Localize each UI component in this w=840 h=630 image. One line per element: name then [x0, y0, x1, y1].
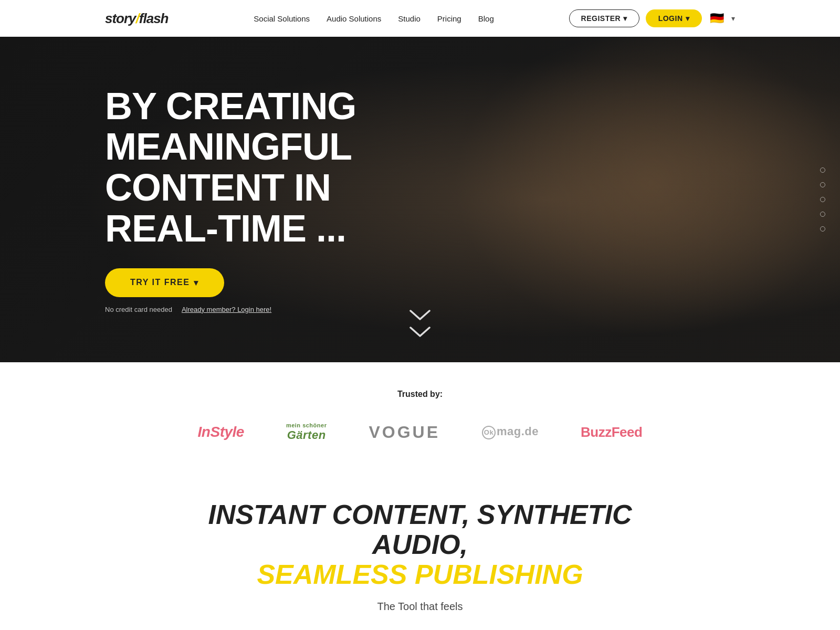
section2: INSTANT CONTENT, SYNTHETIC AUDIO, SEAMLE… — [0, 463, 840, 630]
scroll-dot-3[interactable] — [820, 197, 825, 202]
already-member-link[interactable]: Already member? Login here! — [182, 306, 271, 313]
nav-pricing[interactable]: Pricing — [437, 14, 461, 23]
hero-title: BY CREATING MEANINGFUL CONTENT IN REAL-T… — [105, 86, 368, 249]
trusted-label: Trusted by: — [0, 390, 840, 399]
language-flag[interactable]: 🇩🇪 — [708, 13, 725, 24]
scroll-down-indicator[interactable] — [408, 303, 432, 343]
cta-chevron-icon: ▾ — [194, 278, 199, 288]
logo[interactable]: story/flash — [105, 10, 169, 27]
section2-title-highlight: SEAMLESS PUBLISHING — [257, 559, 583, 590]
scroll-dots — [820, 167, 825, 232]
register-button[interactable]: REGISTER ▾ — [569, 9, 639, 27]
try-it-free-button[interactable]: TRY IT FREE ▾ — [105, 268, 224, 297]
login-button[interactable]: LOGIN ▾ — [646, 9, 702, 27]
nav-audio-solutions[interactable]: Audio Solutions — [327, 14, 381, 23]
language-chevron-icon[interactable]: ▾ — [731, 14, 735, 23]
scroll-dot-2[interactable] — [820, 182, 825, 187]
trusted-logos: InStyle mein schöner Gärten VOGUE Okmag.… — [0, 422, 840, 442]
nav-blog[interactable]: Blog — [478, 14, 494, 23]
nav-studio[interactable]: Studio — [398, 14, 421, 23]
main-nav: Social Solutions Audio Solutions Studio … — [204, 14, 544, 23]
register-chevron-icon: ▾ — [623, 14, 627, 23]
header: story/flash Social Solutions Audio Solut… — [0, 0, 840, 37]
okmag-logo: Okmag.de — [482, 425, 539, 439]
no-credit-card-text: No credit card needed — [105, 306, 172, 313]
garten-logo: mein schöner Gärten — [286, 422, 327, 442]
scroll-dot-4[interactable] — [820, 212, 825, 217]
login-chevron-icon: ▾ — [686, 14, 690, 23]
hero-photo — [420, 37, 840, 362]
section2-title-plain: INSTANT CONTENT, SYNTHETIC AUDIO, — [208, 499, 632, 560]
vogue-logo: VOGUE — [369, 423, 440, 442]
hero-section: BY CREATING MEANINGFUL CONTENT IN REAL-T… — [0, 37, 840, 362]
hero-subtext: No credit card needed Already member? Lo… — [105, 306, 368, 313]
section2-subtitle: The Tool that feels — [0, 601, 840, 613]
scroll-dot-5[interactable] — [820, 226, 825, 232]
instyle-logo: InStyle — [198, 424, 244, 440]
nav-social-solutions[interactable]: Social Solutions — [254, 14, 310, 23]
buzzfeed-logo: BuzzFeed — [581, 424, 642, 440]
chevron-down-icon-2 — [408, 320, 432, 343]
hero-content: BY CREATING MEANINGFUL CONTENT IN REAL-T… — [0, 86, 368, 313]
scroll-dot-1[interactable] — [820, 167, 825, 173]
header-actions: REGISTER ▾ LOGIN ▾ 🇩🇪 ▾ — [569, 9, 735, 27]
section2-title: INSTANT CONTENT, SYNTHETIC AUDIO, SEAMLE… — [184, 500, 656, 590]
trusted-section: Trusted by: InStyle mein schöner Gärten … — [0, 362, 840, 463]
